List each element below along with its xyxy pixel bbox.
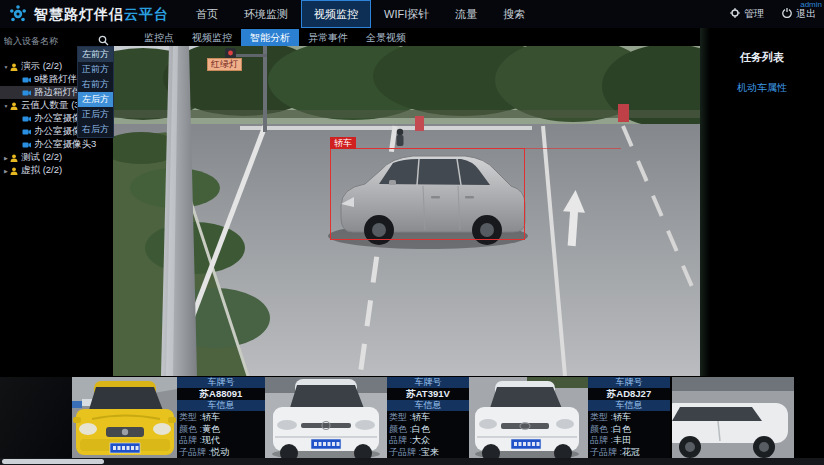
vehicle-info-panel: 车牌号 苏A88091 车信息 类型轿车 颜色黄色 品牌现代 子品牌悦动 年份2…: [177, 377, 265, 458]
camera-icon: [22, 115, 31, 123]
info-label: 品牌: [179, 436, 202, 446]
caret-down-icon[interactable]: ▼: [2, 103, 10, 109]
gear-icon: [730, 8, 740, 20]
direction-option-front-left[interactable]: 左前方: [78, 47, 113, 62]
info-value: 丰田: [613, 436, 631, 446]
tab-smart-analysis[interactable]: 智能分析: [241, 29, 299, 46]
info-value: 轿车: [412, 413, 430, 423]
person-icon: [10, 63, 18, 71]
info-value: 黄色: [202, 425, 220, 435]
caret-right-icon[interactable]: ▶: [2, 168, 10, 174]
snapshot-partial-left: [0, 377, 72, 458]
app-root: 智慧路灯伴侣云平台 首页 环境监测 视频监控 WIFI探针 流量 搜索 admi…: [0, 0, 824, 465]
main-nav: 首页 环境监测 视频监控 WIFI探针 流量 搜索: [183, 0, 538, 28]
info-value: 白色: [412, 425, 430, 435]
direction-option-front[interactable]: 正前方: [78, 62, 113, 77]
plate-header: 车牌号: [177, 377, 265, 388]
logout-label: 退出: [796, 7, 816, 21]
motor-vehicle-attr-link[interactable]: 机动车属性: [700, 81, 824, 95]
nav-item-environment[interactable]: 环境监测: [231, 0, 301, 28]
nav-item-wifi[interactable]: WIFI探针: [371, 0, 442, 28]
tab-video-monitor[interactable]: 视频监控: [183, 29, 241, 46]
nav-item-search[interactable]: 搜索: [490, 0, 538, 28]
info-value: 轿车: [202, 413, 220, 423]
nav-item-traffic[interactable]: 流量: [442, 0, 490, 28]
scrollbar-thumb[interactable]: [2, 459, 104, 464]
direction-option-rear-left[interactable]: 左后方: [78, 92, 113, 107]
person-icon: [10, 102, 18, 110]
caret-right-icon[interactable]: ▶: [2, 155, 10, 161]
plate-header: 车牌号: [387, 377, 469, 388]
task-list-title: 任务列表: [700, 50, 824, 65]
info-label: 颜色: [590, 425, 613, 435]
direction-option-front-right[interactable]: 右前方: [78, 77, 113, 92]
info-label: 类型: [179, 413, 202, 423]
gear-logo-icon: [8, 4, 28, 24]
camera-icon: [22, 76, 31, 84]
info-label: 品牌: [389, 436, 412, 446]
video-feed[interactable]: 轿车 红绿灯: [113, 46, 700, 376]
vehicle-detection-label: 轿车: [330, 137, 356, 149]
manage-label: 管理: [744, 7, 764, 21]
camera-icon: [22, 89, 31, 97]
plate-header: 车牌号: [588, 377, 670, 388]
horizontal-scrollbar[interactable]: [0, 458, 824, 465]
info-label: 子品牌: [590, 448, 622, 458]
info-header: 车信息: [387, 400, 469, 411]
video-sub-tabs: 监控点 视频监控 智能分析 异常事件 全景视频: [135, 29, 415, 46]
tab-monitor-points[interactable]: 监控点: [135, 29, 183, 46]
power-icon: [782, 8, 792, 20]
info-value: 现代: [202, 436, 220, 446]
camera-icon: [22, 128, 31, 136]
camera-icon: [22, 141, 31, 149]
info-header: 车信息: [588, 400, 670, 411]
tree-label: 测试 (2/2): [21, 151, 62, 164]
camera-direction-menu: 左前方 正前方 右前方 左后方 正后方 右后方: [77, 46, 114, 138]
tree-label: 办公室摄像头3: [34, 138, 96, 151]
snapshot-strip: 车牌号 苏A88091 车信息 类型轿车 颜色黄色 品牌现代 子品牌悦动 年份2…: [0, 377, 824, 458]
manage-button[interactable]: 管理: [730, 7, 764, 21]
direction-option-rear[interactable]: 正后方: [78, 107, 113, 122]
info-header: 车信息: [177, 400, 265, 411]
info-value: 花冠: [622, 448, 640, 458]
tree-group-test[interactable]: ▶ 测试 (2/2): [0, 151, 113, 164]
tree-label: 演示 (2/2): [21, 60, 62, 73]
vehicle-detection-box: 轿车: [330, 148, 525, 240]
info-label: 子品牌: [179, 448, 211, 458]
tree-label: 虚拟 (2/2): [21, 164, 62, 177]
brand-suffix: 云平台: [124, 6, 169, 22]
tab-panorama-video[interactable]: 全景视频: [357, 29, 415, 46]
logout-button[interactable]: 退出: [782, 7, 816, 21]
vehicle-info-panel: 车牌号 苏AD8J27 车信息 类型轿车 颜色白色 品牌丰田 子品牌花冠 年份2…: [588, 377, 670, 458]
tab-abnormal-events[interactable]: 异常事件: [299, 29, 357, 46]
caret-down-icon[interactable]: ▼: [2, 64, 10, 70]
info-label: 颜色: [389, 425, 412, 435]
direction-option-rear-right[interactable]: 右后方: [78, 122, 113, 137]
task-panel: 任务列表 机动车属性: [700, 28, 824, 376]
vehicle-snapshot-image[interactable]: [265, 377, 387, 458]
vehicle-snapshot-image-partial[interactable]: [672, 377, 794, 458]
plate-number: 苏AD8J27: [588, 388, 670, 400]
vehicle-snapshot-image[interactable]: [72, 377, 177, 458]
person-icon: [10, 154, 18, 162]
device-search-input[interactable]: [4, 36, 98, 46]
info-label: 类型: [590, 413, 613, 423]
detection-line: [525, 148, 621, 149]
info-label: 类型: [389, 413, 412, 423]
info-label: 颜色: [179, 425, 202, 435]
nav-item-home[interactable]: 首页: [183, 0, 231, 28]
brand-name: 智慧路灯伴侣: [34, 6, 124, 22]
info-value: 白色: [613, 425, 631, 435]
info-value: 大众: [412, 436, 430, 446]
vehicle-info-panel: 车牌号 苏AT391V 车信息 类型轿车 颜色白色 品牌大众 子品牌宝来 年份2…: [387, 377, 469, 458]
nav-item-video[interactable]: 视频监控: [301, 0, 371, 28]
tree-device-office-cam3[interactable]: 办公室摄像头3: [0, 138, 113, 151]
tree-group-virtual[interactable]: ▶ 虚拟 (2/2): [0, 164, 113, 177]
top-bar: 智慧路灯伴侣云平台 首页 环境监测 视频监控 WIFI探针 流量 搜索 admi…: [0, 0, 824, 28]
vehicle-snapshot-image[interactable]: [469, 377, 588, 458]
traffic-light-label: 红绿灯: [207, 58, 242, 71]
header-actions: 管理 退出: [730, 0, 816, 28]
info-value: 悦动: [211, 448, 229, 458]
panel-edge-shadow: [700, 28, 710, 376]
person-icon: [10, 167, 18, 175]
